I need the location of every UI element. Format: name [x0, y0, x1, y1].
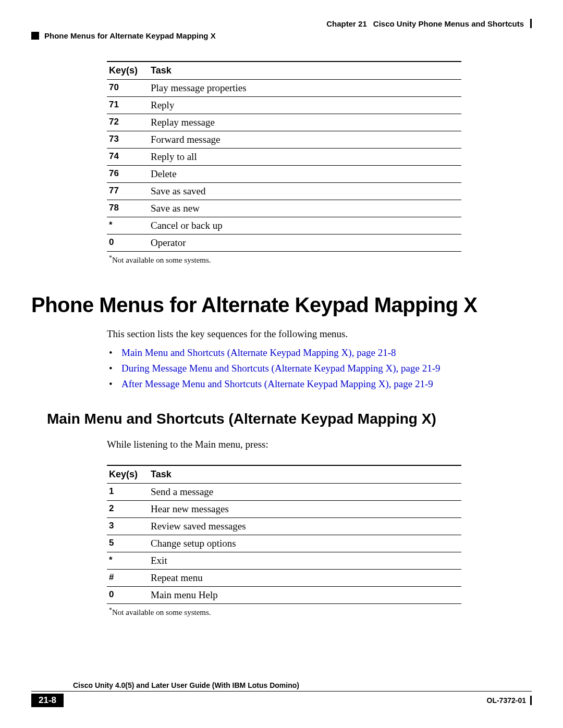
table-row: 78Save as new [107, 200, 461, 217]
table2-footnote: *Not available on some systems. [107, 604, 490, 617]
table-row: 3Review saved messages [107, 518, 461, 535]
task-cell: Forward message [149, 131, 461, 149]
table-row: 5Change setup options [107, 535, 461, 552]
task-cell: Delete [149, 166, 461, 183]
key-cell: 71 [107, 97, 149, 114]
section-link[interactable]: During Message Menu and Shortcuts (Alter… [107, 363, 490, 374]
key-cell: 70 [107, 80, 149, 97]
col-header-keys: Key(s) [107, 465, 149, 484]
table-row: 77Save as saved [107, 183, 461, 200]
task-cell: Operator [149, 235, 461, 252]
section-intro: This section lists the key sequences for… [107, 328, 490, 340]
table-row: 70Play message properties [107, 80, 461, 97]
col-header-task: Task [149, 465, 461, 484]
table-row: 0Main menu Help [107, 587, 461, 604]
chapter-label: Chapter 21 [326, 19, 367, 28]
table-row: 1Send a message [107, 484, 461, 501]
header-bar-icon [530, 19, 532, 28]
key-cell: 78 [107, 200, 149, 217]
key-cell: 1 [107, 484, 149, 501]
table-row: 76Delete [107, 166, 461, 183]
table-row: 73Forward message [107, 131, 461, 149]
col-header-task: Task [149, 61, 461, 80]
table-row: 72Replay message [107, 114, 461, 131]
key-cell: * [107, 552, 149, 570]
running-header: Chapter 21 Cisco Unity Phone Menus and S… [31, 19, 532, 28]
square-bullet-icon [31, 32, 39, 40]
task-cell: Play message properties [149, 80, 461, 97]
subsection-heading: Main Menu and Shortcuts (Alternate Keypa… [47, 411, 490, 427]
section-heading: Phone Menus for Alternate Keypad Mapping… [31, 293, 490, 317]
key-cell: 72 [107, 114, 149, 131]
task-cell: Hear new messages [149, 501, 461, 518]
table-row: 2Hear new messages [107, 501, 461, 518]
key-cell: 0 [107, 587, 149, 604]
running-subheader: Phone Menus for Alternate Keypad Mapping… [31, 31, 532, 40]
subheader-text: Phone Menus for Alternate Keypad Mapping… [44, 31, 216, 40]
key-cell: 5 [107, 535, 149, 552]
task-cell: Save as new [149, 200, 461, 217]
table-row: *Exit [107, 552, 461, 570]
task-cell: Reply to all [149, 149, 461, 166]
key-cell: 74 [107, 149, 149, 166]
table-row: #Repeat menu [107, 570, 461, 587]
page-footer: Cisco Unity 4.0(5) and Later User Guide … [31, 681, 532, 707]
footer-guide-title: Cisco Unity 4.0(5) and Later User Guide … [73, 681, 299, 689]
doc-number: OL-7372-01 [487, 696, 526, 705]
section-link[interactable]: Main Menu and Shortcuts (Alternate Keypa… [107, 347, 490, 359]
task-cell: Save as saved [149, 183, 461, 200]
task-cell: Review saved messages [149, 518, 461, 535]
table1-footnote: *Not available on some systems. [107, 252, 490, 265]
key-cell: # [107, 570, 149, 587]
task-cell: Reply [149, 97, 461, 114]
task-cell: Change setup options [149, 535, 461, 552]
table-row: 0Operator [107, 235, 461, 252]
task-cell: Exit [149, 552, 461, 570]
table-row: 74Reply to all [107, 149, 461, 166]
task-cell: Main menu Help [149, 587, 461, 604]
table-row: 71Reply [107, 97, 461, 114]
key-cell: 0 [107, 235, 149, 252]
key-cell: 2 [107, 501, 149, 518]
key-cell: 77 [107, 183, 149, 200]
task-cell: Repeat menu [149, 570, 461, 587]
chapter-title: Cisco Unity Phone Menus and Shortcuts [373, 19, 524, 28]
key-cell: * [107, 217, 149, 235]
key-cell: 76 [107, 166, 149, 183]
table-row: *Cancel or back up [107, 217, 461, 235]
footer-bar-icon [530, 696, 532, 705]
task-cell: Replay message [149, 114, 461, 131]
section-link[interactable]: After Message Menu and Shortcuts (Altern… [107, 378, 490, 390]
shortcuts-table-1: Key(s) Task 70Play message properties 71… [107, 61, 461, 252]
col-header-keys: Key(s) [107, 61, 149, 80]
shortcuts-table-2: Key(s) Task 1Send a message 2Hear new me… [107, 465, 461, 604]
page-number: 21-8 [31, 694, 64, 707]
subsection-intro: While listening to the Main menu, press: [107, 439, 490, 450]
section-link-list: Main Menu and Shortcuts (Alternate Keypa… [107, 347, 490, 390]
key-cell: 73 [107, 131, 149, 149]
key-cell: 3 [107, 518, 149, 535]
task-cell: Cancel or back up [149, 217, 461, 235]
task-cell: Send a message [149, 484, 461, 501]
